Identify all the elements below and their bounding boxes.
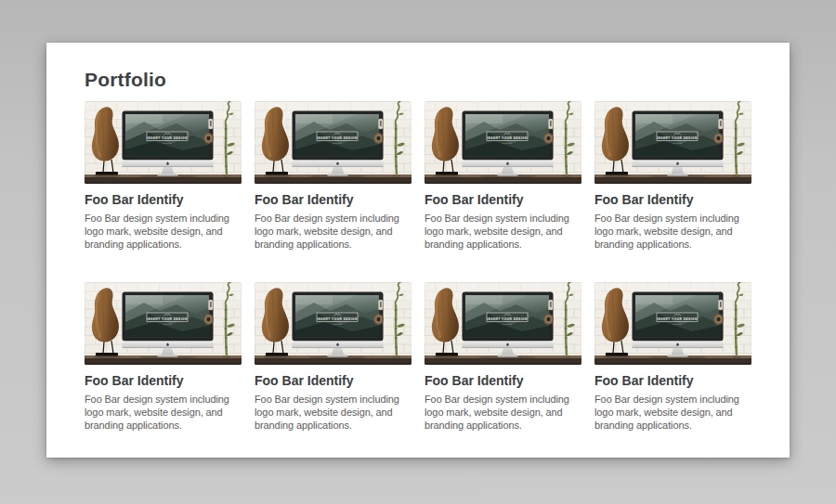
portfolio-item-title: Foo Bar Identify (255, 192, 411, 207)
portfolio-thumbnail[interactable] (255, 282, 411, 365)
portfolio-item-description: Foo Bar design system including logo mar… (85, 393, 242, 432)
portfolio-thumbnail[interactable] (425, 101, 581, 184)
portfolio-item-title: Foo Bar Identify (85, 373, 242, 388)
portfolio-thumbnail[interactable] (425, 282, 581, 365)
page-title: Portfolio (85, 68, 751, 91)
portfolio-item-title: Foo Bar Identify (594, 192, 751, 207)
portfolio-item-description: Foo Bar design system including logo mar… (255, 212, 411, 251)
portfolio-thumbnail[interactable] (594, 101, 751, 184)
portfolio-item-description: Foo Bar design system including logo mar… (425, 393, 581, 432)
portfolio-item: Foo Bar Identify Foo Bar design system i… (594, 282, 751, 432)
portfolio-item-description: Foo Bar design system including logo mar… (425, 212, 581, 251)
portfolio-item-description: Foo Bar design system including logo mar… (594, 212, 751, 251)
portfolio-item: Foo Bar Identify Foo Bar design system i… (255, 282, 411, 432)
portfolio-item: Foo Bar Identify Foo Bar design system i… (594, 101, 751, 251)
portfolio-thumbnail[interactable] (255, 101, 411, 184)
portfolio-item: Foo Bar Identify Foo Bar design system i… (85, 101, 242, 251)
portfolio-item: Foo Bar Identify Foo Bar design system i… (85, 282, 242, 432)
portfolio-thumbnail[interactable] (85, 282, 242, 365)
portfolio-item-title: Foo Bar Identify (594, 373, 751, 388)
portfolio-item: Foo Bar Identify Foo Bar design system i… (425, 282, 581, 432)
portfolio-item: Foo Bar Identify Foo Bar design system i… (425, 101, 581, 251)
portfolio-item-title: Foo Bar Identify (425, 373, 581, 388)
portfolio-item: Foo Bar Identify Foo Bar design system i… (255, 101, 411, 251)
portfolio-item-title: Foo Bar Identify (425, 192, 581, 207)
portfolio-grid: Foo Bar Identify Foo Bar design system i… (85, 101, 751, 432)
page-card: Portfolio Foo Bar Identify Foo Bar desig… (46, 43, 790, 458)
portfolio-item-title: Foo Bar Identify (85, 192, 242, 207)
portfolio-item-title: Foo Bar Identify (255, 373, 411, 388)
portfolio-item-description: Foo Bar design system including logo mar… (85, 212, 242, 251)
portfolio-thumbnail[interactable] (85, 101, 242, 184)
portfolio-thumbnail[interactable] (594, 282, 751, 365)
portfolio-item-description: Foo Bar design system including logo mar… (594, 393, 751, 432)
portfolio-item-description: Foo Bar design system including logo mar… (255, 393, 411, 432)
